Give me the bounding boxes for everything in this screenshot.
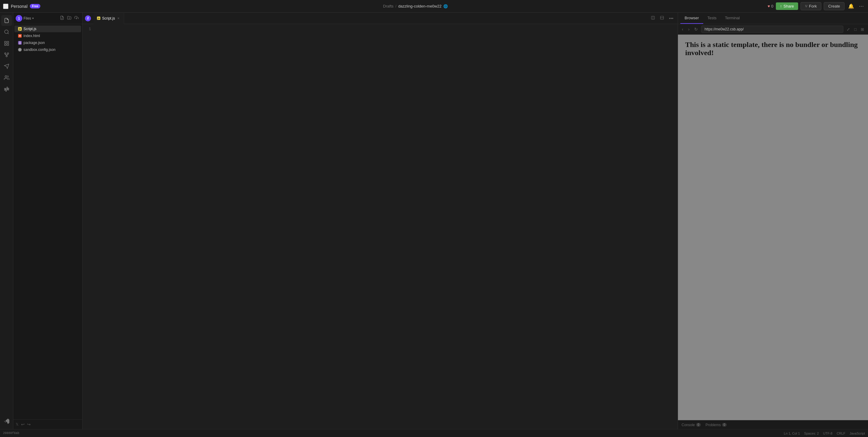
share-button[interactable]: ↑ Share bbox=[776, 2, 798, 10]
share-label: Share bbox=[783, 4, 794, 8]
tab-terminal-label: Terminal bbox=[725, 15, 740, 20]
tab-tests-label: Tests bbox=[708, 15, 716, 20]
browser-refresh-button[interactable]: ↻ bbox=[693, 26, 699, 32]
browser-grid-button[interactable]: ⊞ bbox=[859, 27, 866, 32]
problems-tab[interactable]: Problems 0 bbox=[706, 423, 727, 427]
browser-back-button[interactable]: ‹ bbox=[680, 26, 685, 32]
svg-rect-4 bbox=[7, 44, 8, 45]
create-button[interactable]: Create bbox=[824, 2, 844, 10]
console-count: 0 bbox=[696, 423, 701, 427]
sidebar-item-files[interactable] bbox=[1, 15, 12, 26]
status-bar-right: Ln 1, Col 1 Spaces: 2 UTF-8 CRLF JavaScr… bbox=[784, 432, 865, 435]
js-file-icon: js bbox=[18, 27, 22, 31]
problems-count: 0 bbox=[722, 423, 727, 427]
file-list: js Script.js H index.html {} package.jso… bbox=[13, 24, 82, 419]
html-file-icon: H bbox=[18, 34, 22, 38]
sidebar-item-deploy[interactable] bbox=[1, 61, 12, 72]
sidebar-item-search[interactable] bbox=[1, 27, 12, 37]
tab-browser[interactable]: Browser bbox=[680, 13, 703, 24]
bell-button[interactable]: 🔔 bbox=[847, 2, 855, 10]
upload-button[interactable] bbox=[73, 15, 80, 21]
sidebar-icons bbox=[0, 13, 13, 429]
step-badge-2: 2 bbox=[85, 15, 91, 21]
header-right: ♥ 0 ↑ Share ⑂ Fork Create 🔔 ⋯ bbox=[768, 2, 865, 10]
files-label: Files bbox=[24, 16, 31, 21]
chevron-down-icon: ▾ bbox=[32, 17, 34, 20]
cursor-position[interactable]: Ln 1, Col 1 bbox=[784, 432, 800, 435]
main-body: 1 Files ▾ js Script.js bbox=[0, 13, 868, 429]
file-item-package-json[interactable]: {} package.json bbox=[14, 39, 81, 46]
editor-content: 1 bbox=[83, 24, 678, 429]
sidebar-item-team[interactable] bbox=[1, 72, 12, 83]
heart-count: 0 bbox=[771, 4, 773, 8]
problems-label: Problems bbox=[706, 423, 721, 427]
line-ending-indicator[interactable]: CRLF bbox=[837, 432, 845, 435]
more-button[interactable]: ⋯ bbox=[858, 2, 865, 10]
heart-button[interactable]: ♥ 0 bbox=[768, 4, 773, 8]
fork-label: Fork bbox=[809, 4, 817, 8]
fork-button[interactable]: ⑂ Fork bbox=[801, 2, 821, 10]
browser-new-tab-button[interactable]: ⤢ bbox=[845, 27, 851, 32]
svg-rect-2 bbox=[4, 41, 6, 43]
console-bar: Console 0 Problems 0 bbox=[678, 420, 868, 429]
svg-point-10 bbox=[5, 75, 7, 77]
breadcrumb-parent[interactable]: Drafts bbox=[383, 4, 394, 8]
status-bar: 20860f8ab Ln 1, Col 1 Spaces: 2 UTF-8 CR… bbox=[0, 429, 868, 437]
language-indicator[interactable]: JavaScript bbox=[849, 432, 865, 435]
git-hash: 20860f8ab bbox=[3, 432, 19, 435]
sandbox-name: dazzling-colden-me0w22 bbox=[398, 4, 441, 8]
fork-icon: ⑂ bbox=[805, 4, 807, 8]
new-file-button[interactable] bbox=[59, 15, 65, 21]
encoding-indicator[interactable]: UTF-8 bbox=[823, 432, 833, 435]
file-panel-actions bbox=[59, 15, 80, 21]
sidebar-item-vscode[interactable] bbox=[1, 416, 12, 427]
file-item-script-js[interactable]: js Script.js bbox=[14, 26, 81, 32]
undo-icon[interactable]: ↩ bbox=[21, 422, 25, 427]
line-numbers: 1 bbox=[83, 24, 95, 429]
tab-label-script-js: Script.js bbox=[102, 16, 115, 21]
new-folder-button[interactable] bbox=[66, 15, 72, 21]
tab-close-button[interactable]: × bbox=[117, 17, 120, 20]
sidebar-item-extensions[interactable] bbox=[1, 38, 12, 49]
sidebar-item-git[interactable] bbox=[1, 50, 12, 60]
right-panel: Browser Tests Terminal ‹ › ↻ ⤢ □ ⊞ This … bbox=[678, 13, 868, 429]
tab-browser-label: Browser bbox=[685, 15, 699, 20]
hamburger-menu-button[interactable] bbox=[3, 4, 8, 9]
file-item-sandbox-config[interactable]: ○ sandbox.config.json bbox=[14, 46, 81, 53]
redo-icon[interactable]: ↪ bbox=[27, 422, 31, 427]
browser-screenshot-button[interactable]: □ bbox=[852, 27, 858, 32]
url-bar[interactable] bbox=[701, 26, 843, 33]
share-icon: ↑ bbox=[780, 4, 782, 8]
status-bar-left: 20860f8ab bbox=[3, 432, 19, 435]
split-view-button[interactable] bbox=[649, 14, 657, 22]
tab-js-icon: js bbox=[97, 17, 100, 20]
toggle-view-button[interactable] bbox=[658, 14, 666, 22]
heart-icon: ♥ bbox=[768, 4, 770, 8]
file-name-script-js: Script.js bbox=[24, 27, 36, 31]
tab-terminal[interactable]: Terminal bbox=[721, 13, 744, 24]
svg-rect-3 bbox=[7, 41, 8, 43]
browser-content-text: This is a static template, there is no b… bbox=[685, 41, 861, 57]
config-file-icon: ○ bbox=[18, 48, 22, 52]
editor-tab-script-js[interactable]: js Script.js × bbox=[93, 13, 124, 24]
json-file-icon: {} bbox=[18, 41, 22, 44]
svg-point-8 bbox=[7, 53, 9, 54]
browser-forward-button[interactable]: › bbox=[687, 26, 691, 32]
code-editor[interactable] bbox=[95, 24, 678, 429]
spaces-indicator[interactable]: Spaces: 2 bbox=[804, 432, 819, 435]
console-tab[interactable]: Console 0 bbox=[682, 423, 701, 427]
editor-area: 2 js Script.js × ••• 1 bbox=[83, 13, 678, 429]
file-name-sandbox-config: sandbox.config.json bbox=[24, 48, 55, 52]
tab-tests[interactable]: Tests bbox=[703, 13, 721, 24]
svg-point-6 bbox=[6, 55, 7, 57]
file-name-index-html: index.html bbox=[24, 34, 40, 38]
twitter-icon[interactable]: 𝕏 bbox=[16, 422, 19, 427]
console-label: Console bbox=[682, 423, 695, 427]
file-item-index-html[interactable]: H index.html bbox=[14, 33, 81, 39]
editor-more-button[interactable]: ••• bbox=[667, 14, 675, 22]
right-panel-tabs: Browser Tests Terminal bbox=[678, 13, 868, 24]
header-left: Personal Free bbox=[3, 4, 63, 9]
privacy-icon: 🌐 bbox=[443, 4, 448, 8]
sidebar-item-integrations[interactable] bbox=[1, 84, 12, 95]
file-panel-title-row: 1 Files ▾ bbox=[16, 15, 34, 22]
